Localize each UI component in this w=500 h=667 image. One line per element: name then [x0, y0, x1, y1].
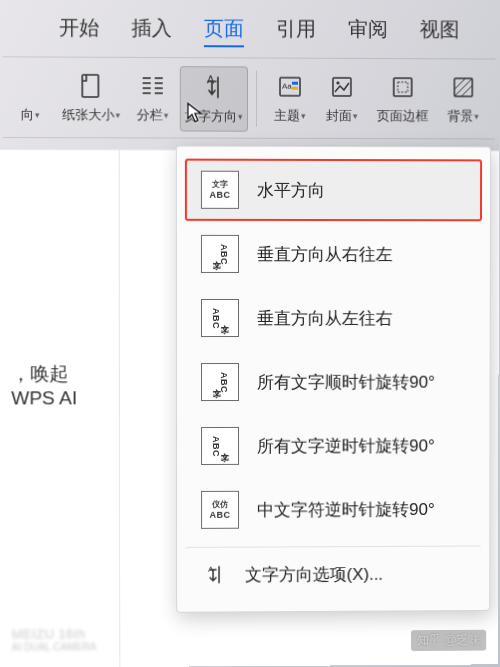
menu-item-vertical-rtl[interactable]: ABC 文字 垂直方向从右往左 — [185, 223, 482, 285]
tab-review[interactable]: 审阅 — [348, 16, 388, 48]
divider — [256, 71, 257, 127]
vertical-ltr-thumb-icon: 文字 ABC — [201, 299, 239, 337]
orientation-label: 向 — [20, 106, 33, 124]
document-text-area[interactable]: ，唤起WPS AI — [0, 149, 120, 667]
text-direction-icon: A — [199, 72, 229, 102]
cjk-ccw90-thumb-icon: 仪仿 ABC — [201, 491, 239, 529]
text-direction-options-icon: A — [201, 562, 227, 588]
tab-insert[interactable]: 插入 — [132, 15, 172, 47]
columns-icon — [138, 71, 168, 101]
document-text: ，唤起WPS AI — [11, 363, 77, 408]
page-border-label: 页面边框 — [377, 107, 429, 125]
svg-text:A: A — [207, 73, 215, 85]
menu-label: 垂直方向从左往右 — [257, 306, 393, 329]
background-icon — [448, 72, 478, 102]
camera-watermark: MEIZU 16th AI DUAL CAMERA — [12, 627, 96, 654]
menu-item-cjk-ccw90[interactable]: 仪仿 ABC 中文字符逆时针旋转90° — [185, 478, 481, 541]
svg-point-15 — [336, 81, 339, 84]
background-label: 背景 — [447, 107, 473, 125]
menu-label: 垂直方向从右往左 — [257, 242, 393, 265]
camera-sub: AI DUAL CAMERA — [12, 640, 96, 654]
ribbon-tabs: 开始 插入 页面 引用 审阅 视图 — [0, 0, 499, 59]
columns-label: 分栏 — [137, 106, 163, 124]
page-border-button[interactable]: 页面边框 — [369, 67, 437, 130]
menu-item-vertical-ltr[interactable]: 文字 ABC 垂直方向从左往右 — [185, 287, 482, 349]
paper-size-dropdown[interactable]: 纸张大小▾ — [57, 66, 126, 130]
menu-item-cw90[interactable]: ABC 文字 所有文字顺时针旋转90° — [185, 351, 482, 413]
cw90-thumb-icon: ABC 文字 — [201, 363, 239, 401]
orientation-dropdown[interactable]: 向▾ — [5, 65, 56, 129]
menu-label: 中文字符逆时针旋转90° — [257, 498, 435, 522]
text-direction-label: 文字方向 — [185, 107, 237, 125]
svg-rect-16 — [394, 78, 412, 96]
cover-icon — [327, 72, 357, 102]
menu-label: 所有文字顺时针旋转90° — [257, 370, 435, 393]
background-dropdown[interactable]: 背景▾ — [438, 67, 488, 130]
cover-dropdown[interactable]: 封面▾ — [317, 67, 367, 130]
paper-size-label: 纸张大小 — [62, 106, 114, 124]
svg-rect-0 — [82, 75, 98, 97]
menu-item-options[interactable]: A 文字方向选项(X)... — [185, 545, 481, 599]
theme-icon: Aa — [275, 72, 305, 102]
svg-rect-13 — [292, 87, 298, 90]
cover-label: 封面 — [326, 107, 352, 125]
menu-item-ccw90[interactable]: 文字 ABC 所有文字逆时针旋转90° — [185, 414, 482, 477]
page-border-icon — [388, 72, 418, 102]
tab-view[interactable]: 视图 — [420, 16, 460, 48]
tab-start[interactable]: 开始 — [59, 14, 99, 46]
horizontal-thumb-icon: 文字 ABC — [201, 171, 239, 209]
divider — [3, 137, 495, 139]
vertical-rtl-thumb-icon: ABC 文字 — [201, 235, 239, 273]
svg-rect-12 — [292, 82, 298, 85]
menu-label: 文字方向选项(X)... — [245, 562, 383, 586]
svg-text:Aa: Aa — [282, 82, 292, 91]
ccw90-thumb-icon: 文字 ABC — [201, 427, 239, 465]
text-direction-menu: 文字 ABC 水平方向 ABC 文字 垂直方向从右往左 文字 ABC 垂直方向从… — [176, 146, 491, 613]
zhihu-watermark: 知乎 @乏味 — [411, 630, 486, 651]
camera-brand: MEIZU 16th — [12, 627, 96, 641]
text-direction-dropdown[interactable]: A 文字方向▾ — [180, 66, 248, 132]
paper-size-icon — [76, 71, 106, 101]
theme-label: 主题 — [274, 107, 300, 125]
columns-dropdown[interactable]: 分栏▾ — [128, 66, 178, 130]
tab-reference[interactable]: 引用 — [276, 15, 316, 47]
menu-item-horizontal[interactable]: 文字 ABC 水平方向 — [185, 159, 482, 222]
menu-label: 所有文字逆时针旋转90° — [257, 434, 435, 457]
menu-label: 水平方向 — [257, 178, 325, 201]
theme-dropdown[interactable]: Aa 主题▾ — [265, 67, 315, 130]
svg-rect-17 — [398, 82, 408, 92]
svg-text:A: A — [208, 565, 214, 574]
tab-page[interactable]: 页面 — [204, 15, 244, 47]
ribbon-toolbar: 向▾ 纸张大小▾ 分栏▾ A 文字方向▾ Aa 主题▾ 封面▾ — [0, 57, 499, 138]
